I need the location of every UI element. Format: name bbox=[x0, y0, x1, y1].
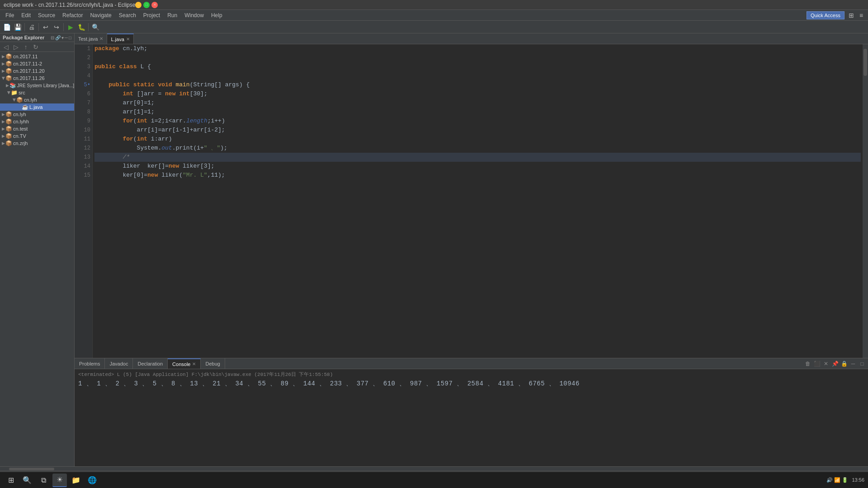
console-stop-button[interactable]: ⬛ bbox=[813, 360, 821, 368]
code-line-3: public class L { bbox=[94, 62, 861, 71]
collapse-all-button[interactable]: ⊟ bbox=[51, 35, 54, 40]
code-editor[interactable]: 1 2 3 4 5• 6 7 8 9 10 11 12 13 14 15 pac… bbox=[75, 44, 868, 358]
package-tree: ▶ 📦 cn.2017.11 ▶ 📦 cn.2017.11-2 ▶ 📦 cn.2… bbox=[0, 52, 74, 466]
tab-testjava[interactable]: Test.java ✕ bbox=[75, 33, 107, 44]
menu-search[interactable]: Search bbox=[115, 10, 140, 20]
tree-item-cnzrjh[interactable]: ▶ 📦 cn.zrjh bbox=[0, 140, 74, 147]
tree-item-cntest[interactable]: ▶ 📦 cn.test bbox=[0, 125, 74, 132]
maximize-panel-button[interactable]: □ bbox=[69, 35, 71, 40]
print-button[interactable]: 🖨 bbox=[27, 22, 37, 32]
console-clear-button[interactable]: 🗑 bbox=[804, 360, 812, 368]
toolbar-separator-3 bbox=[63, 23, 64, 31]
new-button[interactable]: 📄 bbox=[2, 22, 12, 32]
package-explorer-panel: Package Explorer ⊟ 🔗 ▾ ─ □ ◁ ▷ ↑ ↻ ▶ 📦 c… bbox=[0, 33, 75, 466]
main-layout: Package Explorer ⊟ 🔗 ▾ ─ □ ◁ ▷ ↑ ↻ ▶ 📦 c… bbox=[0, 33, 868, 466]
tree-item-ljava[interactable]: ▶ ☕ L.java bbox=[0, 103, 74, 111]
package-explorer-title: Package Explorer bbox=[3, 35, 44, 40]
tree-item-cnlyhh[interactable]: ▶ 📦 cn.lyhh bbox=[0, 118, 74, 125]
taskbar-explorer-button[interactable]: 📁 bbox=[69, 474, 83, 487]
line-num-2: 2 bbox=[76, 53, 90, 62]
tab-problems[interactable]: Problems bbox=[75, 358, 105, 369]
console-pin-button[interactable]: 📌 bbox=[831, 360, 839, 368]
run-button[interactable]: ▶ bbox=[66, 22, 75, 32]
toolbar-separator-4 bbox=[88, 23, 89, 31]
tree-item-cn201711[interactable]: ▶ 📦 cn.2017.11 bbox=[0, 53, 74, 60]
tree-item-cn201720[interactable]: ▶ 📦 cn.2017.11.20 bbox=[0, 67, 74, 75]
bottom-area: Problems Javadoc Declaration Console ✕ D… bbox=[75, 358, 868, 466]
taskbar-search-button[interactable]: 🔍 bbox=[20, 474, 34, 487]
line-num-3: 3 bbox=[76, 62, 90, 71]
line-num-13: 13 bbox=[76, 153, 90, 162]
console-minimize[interactable]: ─ bbox=[849, 360, 857, 368]
perspective-button[interactable]: ⊞ bbox=[846, 10, 856, 20]
menu-source[interactable]: Source bbox=[34, 10, 59, 20]
taskbar-icons: 🔊 📶 🔋 bbox=[826, 477, 848, 483]
tab-console[interactable]: Console ✕ bbox=[168, 358, 201, 369]
menu-refactor[interactable]: Refactor bbox=[59, 10, 86, 20]
taskbar-start-button[interactable]: ⊞ bbox=[4, 474, 18, 487]
link-editor-button[interactable]: 🔗 bbox=[55, 35, 61, 40]
menu-run[interactable]: Run bbox=[164, 10, 181, 20]
close-button[interactable]: ✕ bbox=[151, 2, 158, 8]
tree-item-src[interactable]: ▶ 📁 src bbox=[0, 89, 74, 96]
maximize-button[interactable]: □ bbox=[143, 2, 150, 8]
code-line-8: arr[1]=1; bbox=[94, 108, 861, 117]
tree-item-cn201712[interactable]: ▶ 📦 cn.2017.11-2 bbox=[0, 60, 74, 67]
menu-navigate[interactable]: Navigate bbox=[86, 10, 115, 20]
console-content: <terminated> L (5) [Java Application] F:… bbox=[75, 369, 868, 466]
tab-testjava-close[interactable]: ✕ bbox=[99, 36, 103, 41]
tree-item-cn201726[interactable]: ▶ 📦 cn.2017.11.26 bbox=[0, 75, 74, 82]
taskbar-task-view[interactable]: ⧉ bbox=[36, 474, 51, 487]
line-num-15: 15 bbox=[76, 171, 90, 180]
back-button[interactable]: ◁ bbox=[2, 43, 10, 51]
forward-button[interactable]: ▷ bbox=[12, 43, 20, 51]
quick-access-button[interactable]: Quick Access bbox=[807, 11, 844, 19]
view-menu-button-pe[interactable]: ▾ bbox=[61, 35, 64, 40]
toolbar-separator-2 bbox=[38, 23, 39, 31]
horizontal-scrollbar[interactable] bbox=[0, 466, 868, 471]
vertical-scrollbar[interactable] bbox=[863, 44, 868, 358]
code-line-4 bbox=[94, 71, 861, 80]
console-close-button[interactable]: ✕ bbox=[822, 360, 830, 368]
tab-javadoc[interactable]: Javadoc bbox=[105, 358, 133, 369]
search-button[interactable]: 🔍 bbox=[90, 22, 100, 32]
tree-item-cntv[interactable]: ▶ 📦 cn.TV bbox=[0, 132, 74, 140]
code-line-9: for ( int i=2;i<arr. length ;i++) bbox=[94, 117, 861, 126]
tab-ljava-close[interactable]: ✕ bbox=[126, 37, 130, 42]
menu-edit[interactable]: Edit bbox=[18, 10, 34, 20]
up-button[interactable]: ↑ bbox=[22, 43, 30, 51]
debug-button[interactable]: 🐛 bbox=[76, 22, 86, 32]
console-scroll-lock[interactable]: 🔒 bbox=[840, 360, 848, 368]
taskbar-eclipse-button[interactable]: ☀ bbox=[52, 474, 67, 487]
taskbar-chrome-button[interactable]: 🌐 bbox=[85, 474, 99, 487]
tree-item-jre[interactable]: ▶ 📚 JRE System Library [Java...] bbox=[0, 82, 74, 89]
view-menu-button[interactable]: ≡ bbox=[856, 10, 866, 20]
minimize-button[interactable]: – bbox=[135, 2, 142, 8]
editor-area: Test.java ✕ L.java ✕ 1 2 3 4 5• 6 7 8 9 … bbox=[75, 33, 868, 466]
line-num-6: 6 bbox=[76, 89, 90, 99]
refresh-button[interactable]: ↻ bbox=[32, 43, 40, 51]
h-scroll-thumb[interactable] bbox=[9, 468, 54, 470]
code-content[interactable]: package cn.lyh; public class L { public … bbox=[93, 44, 863, 358]
code-line-5: public static void main (String[] args) … bbox=[94, 80, 861, 89]
tab-declaration[interactable]: Declaration bbox=[133, 358, 168, 369]
tree-item-cnlyh-pkg[interactable]: ▶ 📦 cn.lyh bbox=[0, 96, 74, 103]
menu-window[interactable]: Window bbox=[181, 10, 208, 20]
taskbar-right: 🔊 📶 🔋 13:56 bbox=[826, 477, 864, 483]
tab-ljava[interactable]: L.java ✕ bbox=[107, 33, 133, 44]
scroll-thumb[interactable] bbox=[863, 49, 867, 76]
menu-help[interactable]: Help bbox=[208, 10, 226, 20]
menu-project[interactable]: Project bbox=[140, 10, 164, 20]
menu-file[interactable]: File bbox=[2, 10, 18, 20]
redo-button[interactable]: ↪ bbox=[52, 22, 61, 32]
tree-item-cnlyh2[interactable]: ▶ 📦 cn.lyh bbox=[0, 111, 74, 118]
line-num-1: 1 bbox=[76, 44, 90, 53]
tab-debug[interactable]: Debug bbox=[201, 358, 225, 369]
save-button[interactable]: 💾 bbox=[13, 22, 23, 32]
toolbar-separator-1 bbox=[24, 23, 25, 31]
tab-console-close[interactable]: ✕ bbox=[192, 361, 196, 366]
minimize-panel-button[interactable]: ─ bbox=[65, 35, 68, 40]
undo-button[interactable]: ↩ bbox=[41, 22, 51, 32]
window-title: eclipse work - cn.2017.11.26/src/cn/lyh/… bbox=[4, 2, 135, 8]
console-maximize[interactable]: □ bbox=[858, 360, 866, 368]
